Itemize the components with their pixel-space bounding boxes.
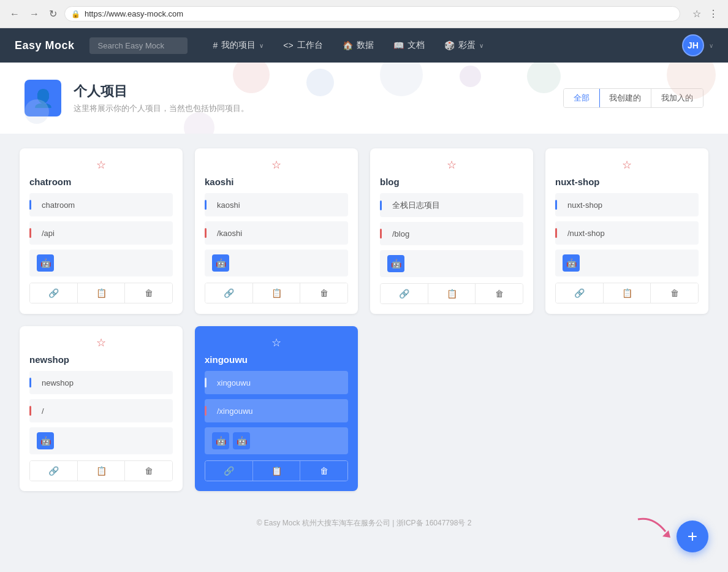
avatar-blog: 🤖 bbox=[387, 255, 404, 272]
footer: © Easy Mock 杭州大搜车淘车在服务公司 | 浙ICP备 1604779… bbox=[0, 506, 728, 541]
field-bar-blue-3 bbox=[380, 200, 382, 210]
filter-mine[interactable]: 我创建的 bbox=[599, 89, 651, 107]
field-bar-white bbox=[205, 378, 207, 387]
filter-joined[interactable]: 我加入的 bbox=[651, 89, 703, 107]
deco-circle-5 bbox=[527, 63, 561, 93]
filter-all[interactable]: 全部 bbox=[563, 88, 600, 108]
copy-btn-newshop[interactable]: 📋 bbox=[78, 461, 126, 481]
delete-btn-kaoshi[interactable]: 🗑 bbox=[300, 283, 347, 303]
nav-item-dice[interactable]: 🎲 彩蛋 ∨ bbox=[436, 36, 492, 55]
card-name-field-chatroom: chatroom bbox=[29, 193, 173, 216]
star-icon-2: ☆ bbox=[271, 159, 281, 171]
copy-btn-chatroom[interactable]: 📋 bbox=[78, 283, 126, 303]
hash-icon: # bbox=[213, 40, 218, 50]
project-card-newshop: ☆ newshop newshop / 🤖 🔗 📋 🗑 bbox=[20, 326, 183, 491]
card-avatar-row-chatroom: 🤖 bbox=[29, 250, 173, 276]
card-avatar-row-nuxt-shop: 🤖 bbox=[555, 250, 699, 276]
star-kaoshi[interactable]: ☆ bbox=[205, 158, 348, 172]
link-btn-kaoshi[interactable]: 🔗 bbox=[205, 283, 253, 303]
address-bar[interactable]: 🔒 https://www.easy-mock.com bbox=[64, 6, 680, 21]
chevron-down-icon: ∨ bbox=[259, 42, 264, 49]
card-avatar-row-newshop: 🤖 bbox=[29, 427, 173, 454]
nav-items: # 我的项目 ∨ <> 工作台 🏠 数据 📖 文档 🎲 彩蛋 ∨ bbox=[205, 36, 672, 55]
deco-circle-3 bbox=[380, 63, 423, 96]
field-bar-red-4 bbox=[555, 228, 557, 238]
card-avatar-row-kaoshi: 🤖 bbox=[205, 250, 348, 276]
link-btn-newshop[interactable]: 🔗 bbox=[30, 461, 78, 481]
card-url-text-blog: /blog bbox=[392, 229, 409, 238]
copy-btn-kaoshi[interactable]: 📋 bbox=[253, 283, 301, 303]
card-title-xingouwu: xingouwu bbox=[205, 354, 348, 365]
nav-label-data: 数据 bbox=[357, 40, 374, 51]
star-icon: ☆ bbox=[96, 159, 106, 171]
link-btn-chatroom[interactable]: 🔗 bbox=[30, 283, 78, 303]
link-btn-blog[interactable]: 🔗 bbox=[381, 284, 428, 303]
delete-btn-blog[interactable]: 🗑 bbox=[476, 284, 523, 303]
card-url-field-newshop: / bbox=[29, 399, 173, 422]
nav-item-workspace[interactable]: <> 工作台 bbox=[275, 36, 331, 55]
card-url-text-newshop: / bbox=[42, 406, 44, 416]
avatar-chatroom: 🤖 bbox=[37, 254, 54, 272]
star-chatroom[interactable]: ☆ bbox=[29, 158, 173, 172]
menu-button[interactable]: ⋮ bbox=[706, 7, 721, 21]
card-actions-blog: 🔗 📋 🗑 bbox=[380, 283, 523, 304]
card-url-text-kaoshi: /kaoshi bbox=[217, 229, 242, 238]
arrow-svg bbox=[635, 513, 672, 538]
avatar-xingouwu-1: 🤖 bbox=[212, 432, 229, 449]
project-card-blog: ☆ blog 全栈日志项目 /blog 🤖 🔗 📋 🗑 bbox=[370, 148, 533, 314]
card-actions-newshop: 🔗 📋 🗑 bbox=[29, 460, 173, 481]
star-icon-5: ☆ bbox=[96, 337, 106, 349]
browser-chrome: ← → ↻ 🔒 https://www.easy-mock.com ☆ ⋮ bbox=[0, 0, 728, 28]
search-input[interactable] bbox=[89, 37, 188, 54]
star-blog[interactable]: ☆ bbox=[380, 158, 523, 172]
fab-hint bbox=[635, 513, 672, 540]
star-newshop[interactable]: ☆ bbox=[29, 336, 173, 349]
link-btn-nuxt-shop[interactable]: 🔗 bbox=[556, 283, 604, 303]
back-button[interactable]: ← bbox=[7, 7, 22, 21]
project-card-nuxt-shop: ☆ nuxt-shop nuxt-shop /nuxt-shop 🤖 🔗 📋 🗑 bbox=[545, 148, 708, 314]
copy-btn-xingouwu[interactable]: 📋 bbox=[253, 461, 301, 481]
nav-item-data[interactable]: 🏠 数据 bbox=[334, 36, 382, 55]
project-card-xingouwu: ☆ xingouwu xingouwu /xingouwu 🤖 🤖 🔗 📋 🗑 bbox=[195, 326, 358, 491]
card-name-text-newshop: newshop bbox=[42, 378, 74, 387]
card-actions-kaoshi: 🔗 📋 🗑 bbox=[205, 283, 348, 303]
field-bar-blue-4 bbox=[555, 200, 557, 210]
avatar-nuxt-shop: 🤖 bbox=[563, 254, 580, 272]
code-icon: <> bbox=[283, 40, 293, 50]
delete-btn-nuxt-shop[interactable]: 🗑 bbox=[651, 283, 698, 303]
star-icon-4: ☆ bbox=[622, 159, 632, 171]
forward-button[interactable]: → bbox=[27, 7, 42, 21]
card-url-field-nuxt-shop: /nuxt-shop bbox=[555, 221, 699, 245]
copy-btn-nuxt-shop[interactable]: 📋 bbox=[604, 283, 651, 303]
navbar-right: JH ∨ bbox=[682, 34, 713, 56]
card-name-text-blog: 全栈日志项目 bbox=[392, 200, 440, 210]
delete-btn-chatroom[interactable]: 🗑 bbox=[125, 283, 172, 303]
reload-button[interactable]: ↻ bbox=[47, 7, 59, 21]
card-name-field-xingouwu: xingouwu bbox=[205, 371, 348, 394]
nav-item-docs[interactable]: 📖 文档 bbox=[385, 36, 433, 55]
star-icon-3: ☆ bbox=[447, 159, 457, 171]
nav-label-projects: 我的项目 bbox=[221, 40, 256, 51]
fab-add-button[interactable]: + bbox=[677, 521, 708, 552]
copy-btn-blog[interactable]: 📋 bbox=[428, 284, 476, 303]
nav-label-dice: 彩蛋 bbox=[458, 40, 476, 51]
card-url-text-chatroom: /api bbox=[42, 229, 55, 238]
header-banner: 👤 个人项目 这里将展示你的个人项目，当然也包括协同项目。 全部 我创建的 我加… bbox=[0, 63, 728, 134]
user-avatar[interactable]: JH bbox=[682, 34, 704, 56]
card-actions-chatroom: 🔗 📋 🗑 bbox=[29, 283, 173, 303]
card-title-kaoshi: kaoshi bbox=[205, 177, 348, 187]
field-bar-blue-2 bbox=[205, 200, 207, 210]
star-nuxt-shop[interactable]: ☆ bbox=[555, 158, 699, 172]
delete-btn-newshop[interactable]: 🗑 bbox=[125, 461, 172, 481]
delete-btn-xingouwu[interactable]: 🗑 bbox=[300, 461, 347, 481]
star-button[interactable]: ☆ bbox=[690, 7, 703, 21]
star-xingouwu[interactable]: ☆ bbox=[205, 336, 348, 349]
card-url-field-xingouwu: /xingouwu bbox=[205, 399, 348, 422]
card-name-text-nuxt-shop: nuxt-shop bbox=[567, 200, 602, 210]
header-text: 个人项目 这里将展示你的个人项目，当然也包括协同项目。 bbox=[74, 82, 249, 114]
link-btn-xingouwu[interactable]: 🔗 bbox=[205, 461, 253, 481]
card-name-text-kaoshi: kaoshi bbox=[217, 200, 240, 210]
nav-label-workspace: 工作台 bbox=[297, 40, 323, 51]
nav-item-projects[interactable]: # 我的项目 ∨ bbox=[205, 36, 273, 55]
header-filters: 全部 我创建的 我加入的 bbox=[563, 88, 703, 108]
